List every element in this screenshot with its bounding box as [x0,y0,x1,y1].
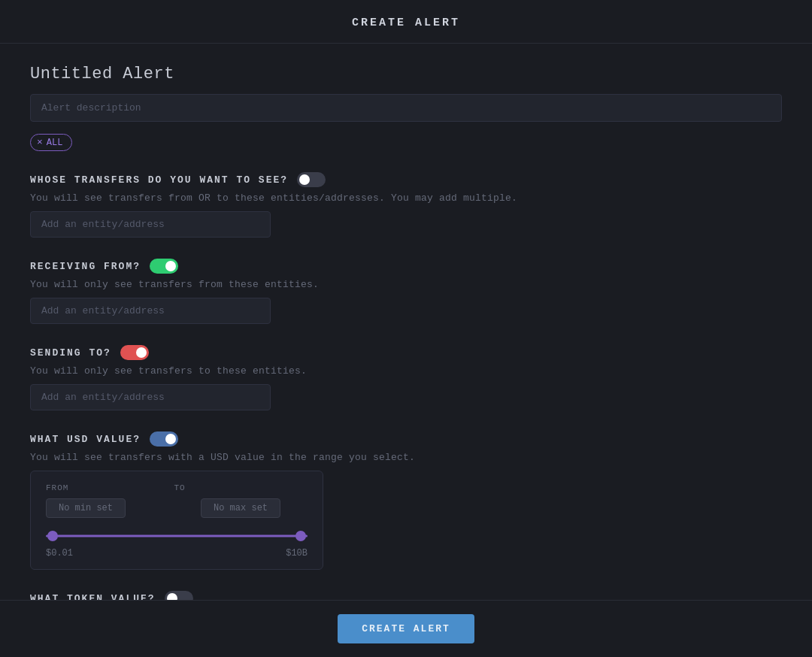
sending-to-input[interactable] [30,384,271,410]
to-value: No max set [201,498,280,518]
receiving-from-desc: You will only see transfers from these e… [30,279,782,290]
tag-all-label: ALL [47,138,63,148]
from-label: FROM [46,483,68,492]
section-receiving-from: RECEIVING FROM? You will only see transf… [30,259,782,324]
section-sending-to-header: SENDING TO? [30,345,782,360]
alert-title: Untitled Alert [30,65,782,83]
range-thumb-min[interactable] [47,531,58,541]
remove-all-icon: × [37,137,43,148]
sending-to-title: SENDING TO? [30,347,111,359]
from-value: No min set [46,498,126,518]
receiving-from-title: RECEIVING FROM? [30,261,141,272]
section-usd-value: WHAT USD VALUE? You will see transfers w… [30,431,782,570]
range-minmax: $0.01 $10B [46,548,308,559]
section-usd-value-header: WHAT USD VALUE? [30,431,782,447]
section-whose-transfers: WHOSE TRANSFERS DO YOU WANT TO SEE? You … [30,172,782,238]
usd-value-toggle[interactable] [150,431,178,447]
tag-all-button[interactable]: × ALL [30,134,72,151]
range-min-label: $0.01 [46,548,73,559]
usd-value-desc: You will see transfers with a USD value … [30,452,782,463]
whose-transfers-desc: You will see transfers from OR to these … [30,192,782,204]
receiving-from-input[interactable] [30,298,271,324]
whose-transfers-input[interactable] [30,211,271,238]
sending-to-toggle[interactable] [120,345,149,360]
whose-transfers-toggle[interactable] [297,172,326,187]
page-title: CREATE ALERT [352,17,460,29]
form-content: Untitled Alert × ALL WHOSE TRANSFERS DO … [0,44,812,657]
range-values: No min set No max set [46,498,308,518]
section-receiving-from-header: RECEIVING FROM? [30,259,782,274]
range-track [46,535,308,537]
page-header: CREATE ALERT [0,0,812,44]
section-sending-to: SENDING TO? You will only see transfers … [30,345,782,410]
range-thumb-max[interactable] [295,531,306,541]
range-slider[interactable] [46,528,308,543]
section-whose-transfers-header: WHOSE TRANSFERS DO YOU WANT TO SEE? [30,172,782,187]
to-label: TO [174,483,185,492]
create-alert-button[interactable]: CREATE ALERT [338,614,474,643]
description-input[interactable] [30,94,782,122]
receiving-from-toggle[interactable] [150,259,178,274]
usd-range-box: FROM TO No min set No max set $0.01 $10B [30,471,323,570]
usd-value-title: WHAT USD VALUE? [30,434,141,445]
sending-to-desc: You will only see transfers to these ent… [30,365,782,377]
whose-transfers-title: WHOSE TRANSFERS DO YOU WANT TO SEE? [30,174,288,186]
range-max-label: $10B [286,548,308,559]
footer: CREATE ALERT [0,600,812,657]
range-labels: FROM TO [46,483,308,492]
